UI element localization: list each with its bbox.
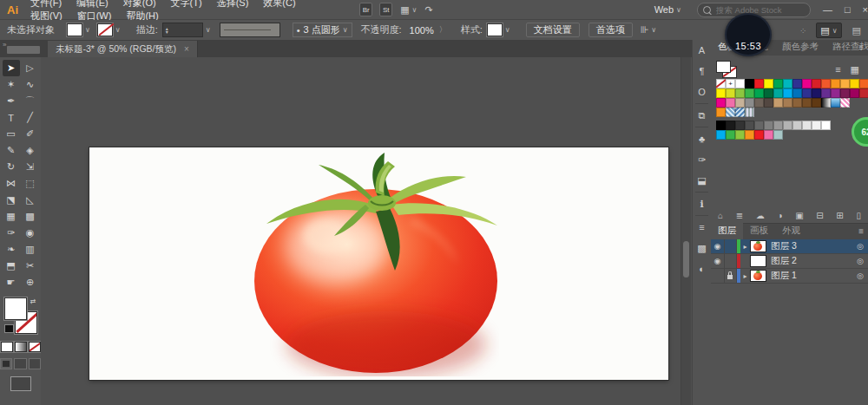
curvature-tool[interactable]: ⌒ bbox=[22, 93, 39, 109]
artboards-panel-icon[interactable]: ⬓ bbox=[693, 170, 711, 191]
screen-mode-button[interactable] bbox=[10, 376, 31, 391]
visibility-eye-icon[interactable] bbox=[711, 269, 725, 283]
swatch[interactable] bbox=[716, 98, 726, 108]
expand-arrow-icon[interactable]: ▸ bbox=[740, 272, 750, 280]
paragraph-panel-icon[interactable]: ¶ bbox=[693, 61, 711, 82]
swatch[interactable] bbox=[764, 79, 773, 88]
menu-item-3[interactable]: 文字(T) bbox=[171, 0, 202, 8]
width-profile-dropdown[interactable] bbox=[220, 23, 280, 37]
swatch[interactable] bbox=[726, 88, 735, 98]
swatch[interactable] bbox=[802, 79, 812, 88]
search-input[interactable] bbox=[714, 4, 805, 16]
eraser-tool[interactable]: ◈ bbox=[22, 142, 39, 159]
draw-behind-button[interactable] bbox=[14, 358, 26, 369]
menu-item-0[interactable]: 文件(F) bbox=[30, 0, 62, 8]
swatch[interactable] bbox=[716, 121, 726, 130]
swatch[interactable] bbox=[754, 88, 764, 98]
symbols-panel-icon[interactable]: ♣ bbox=[693, 128, 711, 149]
info-panel-icon[interactable]: ℹ bbox=[693, 193, 711, 214]
share-icon[interactable]: ↷ bbox=[424, 4, 432, 16]
swatch[interactable] bbox=[764, 121, 773, 130]
visibility-eye-icon[interactable]: ◉ bbox=[711, 239, 725, 253]
zoom-tool[interactable]: ⊕ bbox=[22, 274, 39, 291]
swatch[interactable] bbox=[735, 121, 745, 130]
stock-icon[interactable]: St bbox=[379, 3, 392, 16]
swatch[interactable] bbox=[850, 88, 859, 98]
swatch[interactable] bbox=[764, 98, 773, 108]
swatch-options-icon[interactable]: ▣ bbox=[795, 211, 803, 220]
opentype-panel-icon[interactable]: O bbox=[693, 82, 711, 102]
swatch[interactable] bbox=[745, 98, 754, 108]
width-tool[interactable]: ⋈ bbox=[3, 175, 20, 192]
layer-row[interactable]: ◉图层 2◎ bbox=[711, 254, 868, 269]
stroke-panel-icon[interactable]: ≡ bbox=[693, 217, 711, 238]
swatch[interactable] bbox=[773, 79, 783, 88]
target-circle-icon[interactable]: ◎ bbox=[852, 242, 868, 251]
stepper-arrows-icon[interactable]: ▴▾ bbox=[166, 27, 168, 34]
close-button[interactable]: × bbox=[863, 4, 868, 15]
swatch[interactable] bbox=[716, 108, 726, 117]
swatch[interactable] bbox=[831, 88, 840, 98]
menu-item-5[interactable]: 效果(C) bbox=[263, 0, 295, 8]
artboard[interactable] bbox=[89, 147, 668, 380]
fill-color-dropdown[interactable]: ∨ bbox=[67, 23, 90, 36]
tab-close-icon[interactable]: × bbox=[184, 44, 189, 54]
swatch[interactable] bbox=[850, 79, 859, 88]
eyedropper-tool[interactable]: ✑ bbox=[3, 225, 20, 241]
swatch[interactable] bbox=[745, 130, 754, 140]
mini-fill-stroke-indicator[interactable] bbox=[716, 61, 739, 78]
vertical-scrollbar[interactable] bbox=[681, 57, 691, 405]
magic-wand-tool[interactable]: ✶ bbox=[3, 76, 20, 93]
mesh-tool[interactable]: ▦ bbox=[3, 208, 20, 225]
pen-tool[interactable]: ✒ bbox=[3, 93, 20, 109]
gradient-tool[interactable]: ▩ bbox=[22, 208, 39, 225]
tab-图层[interactable]: 图层 bbox=[711, 223, 743, 239]
layer-row[interactable]: ▸图层 1◎ bbox=[711, 269, 868, 284]
swatch[interactable] bbox=[859, 79, 868, 88]
layer-thumbnail[interactable] bbox=[750, 255, 766, 267]
align-icon[interactable]: ⊪ bbox=[641, 24, 649, 36]
character-panel-icon[interactable]: A bbox=[693, 40, 711, 61]
swatch[interactable] bbox=[821, 79, 831, 88]
panel-list-icon[interactable]: ▤ bbox=[852, 25, 861, 36]
view-toggle-icons[interactable]: ≡ ▦ bbox=[835, 64, 863, 75]
draw-inside-button[interactable] bbox=[29, 358, 41, 369]
swatch[interactable] bbox=[792, 79, 802, 88]
brushes-panel-icon[interactable]: ✑ bbox=[693, 149, 711, 170]
swatch[interactable] bbox=[754, 79, 764, 88]
default-fill-stroke-icon[interactable] bbox=[4, 324, 14, 333]
swatch[interactable] bbox=[802, 88, 812, 98]
expand-arrow-icon[interactable]: ▸ bbox=[740, 243, 750, 251]
lock-cell[interactable] bbox=[725, 254, 737, 268]
menu-item-1[interactable]: 编辑(E) bbox=[76, 0, 108, 8]
edit-colors-icon[interactable]: ◑ bbox=[777, 211, 782, 220]
fill-stroke-indicator[interactable]: ⇄ bbox=[4, 297, 37, 336]
swatch[interactable] bbox=[812, 98, 821, 108]
toolbar-drag-handle[interactable] bbox=[7, 46, 40, 54]
color-button[interactable] bbox=[1, 342, 13, 352]
swatch[interactable] bbox=[783, 79, 792, 88]
artboard-tool[interactable]: ⬒ bbox=[3, 258, 20, 274]
none-button[interactable] bbox=[29, 342, 41, 352]
swatch[interactable] bbox=[726, 121, 735, 130]
direct-selection-tool[interactable]: ▷ bbox=[22, 60, 39, 76]
swatch[interactable] bbox=[840, 98, 850, 108]
canvas-area[interactable]: ☝ bbox=[41, 57, 692, 405]
bridge-icon[interactable]: Br bbox=[359, 3, 372, 16]
document-tab[interactable]: 未标题-3* @ 50% (RGB/预览) × bbox=[48, 41, 198, 57]
transparency-panel-icon[interactable]: ◐ bbox=[693, 258, 711, 279]
swatch-registration[interactable]: + bbox=[726, 79, 735, 88]
swatch[interactable] bbox=[859, 88, 868, 98]
swatch[interactable] bbox=[792, 98, 802, 108]
brush-definition-dropdown[interactable]: •3 点圆形∨ bbox=[293, 23, 352, 37]
document-setup-button[interactable]: 文档设置 bbox=[526, 23, 580, 37]
swatch[interactable] bbox=[735, 98, 745, 108]
lock-cell[interactable] bbox=[725, 269, 737, 283]
chevron-down-icon[interactable]: ∨ bbox=[206, 26, 211, 34]
layer-row[interactable]: ◉▸图层 3◎ bbox=[711, 239, 868, 254]
symbol-sprayer-tool[interactable]: ❧ bbox=[3, 241, 20, 258]
target-circle-icon[interactable]: ◎ bbox=[852, 257, 868, 265]
swatch[interactable] bbox=[792, 88, 802, 98]
gradient-panel-icon[interactable]: ▩ bbox=[693, 238, 711, 258]
stroke-weight-stepper[interactable]: ▴▾ bbox=[162, 23, 203, 37]
